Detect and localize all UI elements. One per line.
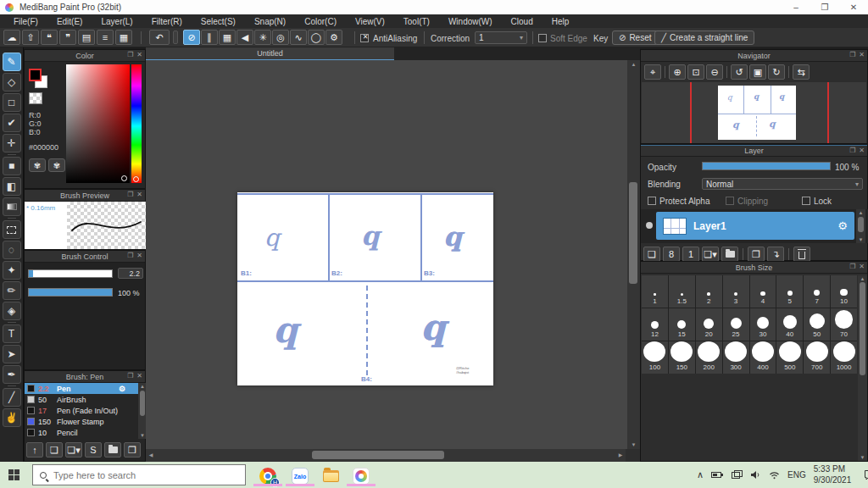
brush-size-cell[interactable]: 2 — [696, 275, 722, 308]
snap-concentric-icon[interactable]: ◎ — [272, 30, 289, 45]
transparent-color-swatch[interactable] — [29, 92, 42, 104]
operation-tool[interactable]: ➤ — [3, 345, 21, 363]
create-straight-line-button[interactable]: ╱ Create a straight line — [654, 30, 754, 45]
close-icon[interactable]: ✕ — [859, 263, 865, 270]
speaker-icon[interactable] — [750, 470, 761, 480]
menu-window[interactable]: Window(W) — [440, 17, 501, 26]
delete-layer-icon[interactable] — [793, 247, 810, 262]
foreground-color-swatch[interactable] — [29, 69, 42, 81]
brush-opacity-slider[interactable] — [28, 288, 113, 297]
blending-dropdown[interactable]: Normal ▾ — [702, 178, 863, 190]
comment-icon[interactable]: ❝ — [41, 30, 58, 45]
snap-curve-icon[interactable]: ∿ — [290, 30, 307, 45]
menu-filter[interactable]: Filter(R) — [143, 17, 191, 26]
share-icon[interactable]: ⇧ — [22, 30, 39, 45]
duplicate-brush-icon[interactable]: ❐ — [124, 442, 141, 458]
brush-size-scrollbar[interactable]: ▲ ▼ — [858, 275, 867, 461]
brush-size-cell[interactable]: 15 — [669, 308, 695, 341]
tray-chevron-icon[interactable]: ∧ — [697, 469, 704, 480]
duplicate-layer-icon[interactable]: ❐ — [748, 247, 765, 262]
battery-icon[interactable] — [711, 470, 724, 480]
cloud-upload-icon[interactable]: ↑ — [26, 442, 43, 458]
lock-checkbox[interactable] — [802, 196, 810, 205]
wifi-icon[interactable] — [769, 471, 780, 480]
gradient-tool[interactable] — [3, 197, 21, 216]
close-icon[interactable]: ✕ — [136, 252, 142, 259]
menu-layer[interactable]: Layer(L) — [92, 17, 141, 26]
popup-icon[interactable]: ❐ — [849, 51, 855, 58]
snap-off-icon[interactable]: ⊘ — [183, 30, 200, 45]
menu-view[interactable]: View(V) — [347, 17, 393, 26]
snap-ellipse-icon[interactable]: ◯ — [308, 30, 325, 45]
cloud-icon[interactable]: ☁ — [3, 30, 20, 45]
start-button[interactable] — [8, 469, 19, 480]
add-1bit-layer-icon[interactable]: 1 — [682, 247, 699, 262]
brush-size-cell[interactable]: 30 — [750, 308, 776, 341]
brush-size-cell[interactable]: 25 — [723, 308, 749, 341]
zoom-actual-icon[interactable]: ⌖ — [644, 64, 661, 80]
redo-collapse-handle[interactable] — [173, 30, 178, 44]
brush-size-cell[interactable]: 12 — [642, 308, 668, 341]
brush-size-cell[interactable]: 5 — [776, 275, 803, 308]
menu-select[interactable]: Select(S) — [192, 17, 244, 26]
message-icon[interactable]: ❞ — [59, 30, 76, 45]
layer-row[interactable]: Layer1 ⚙ — [656, 212, 854, 240]
taskbar-app-explorer[interactable] — [315, 466, 346, 486]
saturation-value-picker[interactable] — [66, 64, 130, 183]
rotate-right-icon[interactable]: ↻ — [768, 64, 785, 80]
layer-scrollbar[interactable]: ▲ ▼ — [856, 209, 865, 243]
taskbar-app-zalo[interactable]: Zalo — [285, 466, 315, 486]
close-icon[interactable]: ✕ — [136, 51, 142, 58]
select-eraser-tool[interactable]: ◈ — [3, 302, 21, 320]
brush-size-cell[interactable]: 40 — [776, 308, 803, 341]
drawing-canvas[interactable]: q q q q q B1: B2: B3: B4: @Ritche #habqi… — [237, 192, 493, 385]
protect-alpha-checkbox[interactable] — [648, 196, 656, 205]
brush-size-cell[interactable]: 50 — [804, 308, 830, 341]
brush-size-cell[interactable]: 70 — [831, 308, 857, 341]
gear-icon[interactable]: ⚙ — [119, 385, 125, 393]
close-icon[interactable]: ✕ — [859, 51, 865, 58]
menu-help[interactable]: Help — [543, 17, 578, 26]
select-tool[interactable] — [3, 220, 21, 239]
menu-color[interactable]: Color(C) — [296, 17, 345, 26]
rotate-left-icon[interactable]: ↺ — [731, 64, 748, 80]
brush-edit-tool[interactable]: ✒ — [3, 365, 21, 384]
canvas-horizontal-scrollbar[interactable]: ◀ ▶ — [146, 449, 626, 462]
snap-grid-icon[interactable]: ▦ — [219, 30, 236, 45]
text-tool[interactable]: T — [3, 324, 21, 343]
close-icon[interactable]: ✕ — [859, 147, 865, 154]
taskbar-search[interactable] — [32, 464, 246, 485]
fill-rect-tool[interactable]: ■ — [3, 157, 21, 175]
maximize-button[interactable]: ❐ — [810, 0, 839, 14]
script-brush-icon[interactable]: S — [85, 442, 102, 458]
eraser-tool[interactable]: ◇ — [3, 73, 21, 92]
taskbar-clock[interactable]: 5:33 PM 9/30/2021 — [814, 464, 852, 485]
layer-opacity-slider[interactable] — [702, 162, 831, 170]
brush-size-cell[interactable]: 3 — [723, 275, 749, 308]
menu-snap[interactable]: Snap(N) — [246, 17, 294, 26]
brush-size-cell[interactable]: 20 — [696, 308, 722, 341]
palette-add-button[interactable]: ✾ — [48, 158, 65, 172]
brush-size-cell[interactable]: 10 — [831, 275, 857, 308]
dot-tool[interactable]: ✔ — [3, 114, 21, 132]
add-layer-menu-icon[interactable]: ❏▾ — [702, 247, 719, 262]
material-list-icon[interactable]: ≡ — [97, 30, 114, 45]
brush-size-cell[interactable]: 400 — [750, 341, 776, 374]
palette-button[interactable]: ✾ — [29, 158, 46, 172]
brush-tool[interactable]: ✎ — [3, 53, 21, 71]
layer-visibility-dot[interactable] — [646, 222, 653, 229]
document-tab[interactable]: Untitled — [146, 47, 394, 60]
snap-parallel-icon[interactable]: ∥ — [201, 30, 218, 45]
gear-icon[interactable]: ⚙ — [837, 219, 848, 232]
rect-tool[interactable]: □ — [3, 93, 21, 112]
brush-list-item[interactable]: 50AirBrush — [25, 394, 138, 405]
folder-icon[interactable] — [104, 442, 121, 458]
divide-tool[interactable]: ╱ — [3, 388, 21, 407]
move-tool[interactable]: ✛ — [3, 134, 21, 152]
minimize-button[interactable]: – — [782, 0, 810, 14]
brush-size-cell[interactable]: 4 — [750, 275, 776, 308]
navigator-viewport[interactable]: q q q q q — [642, 82, 866, 143]
select-pen-tool[interactable]: ✏ — [3, 281, 21, 300]
zoom-in-icon[interactable]: ⊕ — [669, 64, 686, 80]
menu-tool[interactable]: Tool(T) — [395, 17, 438, 26]
